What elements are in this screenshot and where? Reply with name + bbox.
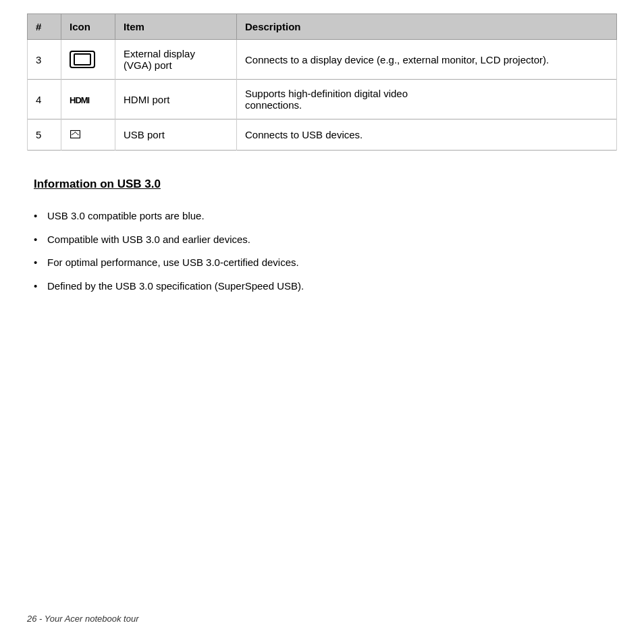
table-row: 5 ⮹︎ USB port Connects to USB devices. [28, 119, 617, 151]
table-header-description: Description [237, 14, 617, 40]
list-item: Defined by the USB 3.0 specification (Su… [34, 275, 617, 298]
list-item: USB 3.0 compatible ports are blue. [34, 205, 617, 228]
vga-icon [70, 51, 95, 68]
hdmi-icon: HDMI [70, 95, 89, 105]
row-icon: HDMI [61, 80, 115, 119]
row-description: Supports high-definition digital videoco… [237, 80, 617, 119]
footer-text: 26 - Your Acer notebook tour [27, 614, 139, 624]
row-item: HDMI port [115, 80, 237, 119]
table-row: 3 External display(VGA) port Connects to… [28, 40, 617, 80]
row-number: 3 [28, 40, 61, 80]
usb-section: Information on USB 3.0 USB 3.0 compatibl… [27, 178, 617, 298]
row-item: External display(VGA) port [115, 40, 237, 80]
table-header-hash: # [28, 14, 61, 40]
usb-section-title: Information on USB 3.0 [34, 178, 617, 191]
row-number: 5 [28, 119, 61, 151]
usb-bullet-list: USB 3.0 compatible ports are blue. Compa… [34, 205, 617, 298]
list-item: For optimal performance, use USB 3.0-cer… [34, 251, 617, 275]
row-description: Connects to USB devices. [237, 119, 617, 151]
row-description: Connects to a display device (e.g., exte… [237, 40, 617, 80]
list-item: Compatible with USB 3.0 and earlier devi… [34, 228, 617, 252]
table-header-icon: Icon [61, 14, 115, 40]
row-icon: ⮹︎ [61, 119, 115, 151]
row-number: 4 [28, 80, 61, 119]
table-row: 4 HDMI HDMI port Supports high-definitio… [28, 80, 617, 119]
row-icon [61, 40, 115, 80]
ports-table: # Icon Item Description 3 External displ… [27, 14, 617, 151]
table-header-item: Item [115, 14, 237, 40]
usb-icon: ⮹︎ [70, 128, 82, 142]
row-item: USB port [115, 119, 237, 151]
